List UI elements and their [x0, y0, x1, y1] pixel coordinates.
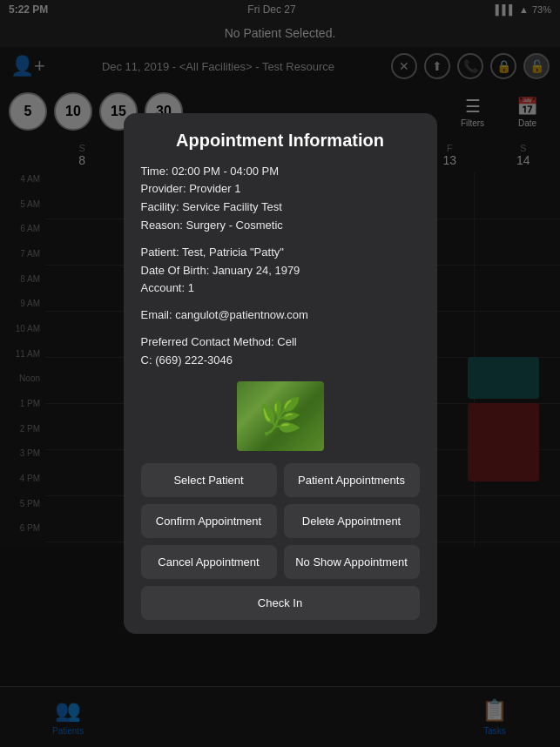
modal-dob: Date Of Birth: January 24, 1979 [141, 262, 420, 280]
no-show-appointment-button[interactable]: No Show Appointment [284, 545, 420, 579]
modal-reason: Reason: Surgery - Cosmetic [141, 217, 420, 235]
select-patient-button[interactable]: Select Patient [141, 463, 277, 497]
modal-patient: Patient: Test, Patricia "Patty" [141, 244, 420, 262]
modal-contact-details: Email: cangulot@patientnow.com [141, 306, 420, 325]
modal-facility: Facility: Service Facility Test [141, 199, 420, 217]
modal-buttons: Select Patient Patient Appointments Conf… [141, 463, 420, 620]
appointment-modal: Appointment Information Time: 02:00 PM -… [124, 113, 437, 635]
patient-appointments-button[interactable]: Patient Appointments [284, 463, 420, 497]
patient-photo [237, 381, 324, 451]
modal-provider: Provider: Provider 1 [141, 180, 420, 199]
modal-preferred-contact: Preferred Contact Method: Cell C: (669) … [141, 333, 420, 370]
delete-appointment-button[interactable]: Delete Appointment [284, 504, 420, 538]
modal-account: Account: 1 [141, 279, 420, 298]
check-in-button[interactable]: Check In [141, 586, 420, 620]
modal-email: Email: cangulot@patientnow.com [141, 306, 420, 325]
modal-patient-image [141, 381, 420, 451]
modal-overlay: Appointment Information Time: 02:00 PM -… [0, 0, 560, 747]
modal-time: Time: 02:00 PM - 04:00 PM [141, 163, 420, 181]
modal-appointment-details: Time: 02:00 PM - 04:00 PM Provider: Prov… [141, 163, 420, 235]
cancel-appointment-button[interactable]: Cancel Appointment [141, 545, 277, 579]
confirm-appointment-button[interactable]: Confirm Appointment [141, 504, 277, 538]
modal-title: Appointment Information [141, 131, 420, 151]
modal-patient-details: Patient: Test, Patricia "Patty" Date Of … [141, 244, 420, 298]
